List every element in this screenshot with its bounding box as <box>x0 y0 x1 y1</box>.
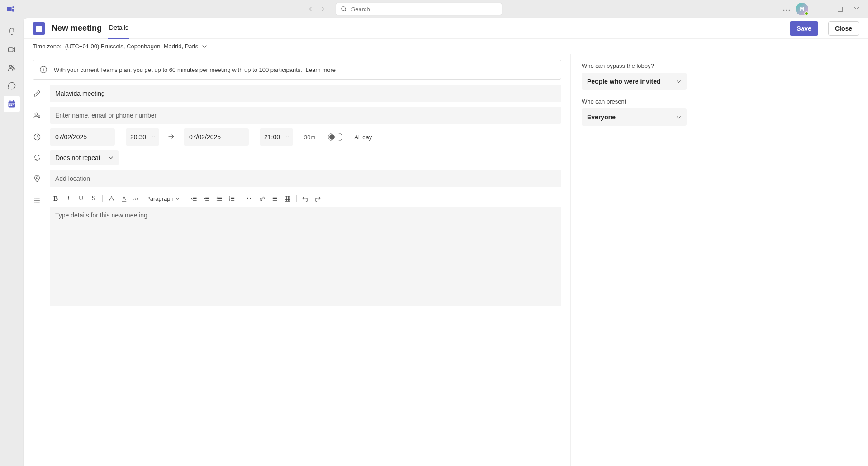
strike-button[interactable]: S <box>88 193 100 204</box>
bullet-list-button[interactable] <box>213 193 225 204</box>
number-list-button[interactable]: 123 <box>226 193 238 204</box>
timezone-label: Time zone: <box>33 43 62 50</box>
rail-calendar[interactable] <box>4 96 20 112</box>
svg-point-32 <box>217 200 218 201</box>
save-button[interactable]: Save <box>790 21 818 36</box>
nav-forward-button[interactable] <box>318 4 328 14</box>
italic-button[interactable]: I <box>62 193 74 204</box>
rail-community[interactable] <box>4 60 20 76</box>
svg-rect-14 <box>9 104 11 105</box>
svg-rect-36 <box>285 196 290 201</box>
timezone-bar[interactable]: Time zone: (UTC+01:00) Brussels, Copenha… <box>24 39 868 54</box>
timezone-value: (UTC+01:00) Brussels, Copenhagen, Madrid… <box>65 43 198 50</box>
rail-chat[interactable] <box>4 78 20 94</box>
format-icon <box>33 196 41 204</box>
location-input[interactable] <box>50 170 561 187</box>
repeat-value: Does not repeat <box>55 154 100 161</box>
svg-point-31 <box>217 198 218 199</box>
end-time-select[interactable]: 21:00 <box>260 128 293 146</box>
all-day-toggle[interactable] <box>328 133 342 141</box>
start-time-select[interactable]: 20:30 <box>126 128 159 146</box>
presence-indicator <box>804 11 809 16</box>
video-icon <box>7 45 16 54</box>
svg-point-2 <box>341 7 345 11</box>
who-present-label: Who can present <box>582 98 687 105</box>
more-options-button[interactable] <box>781 4 792 14</box>
end-time-value: 21:00 <box>264 133 280 141</box>
bell-icon <box>7 27 16 36</box>
table-button[interactable] <box>282 193 294 204</box>
rail-meet[interactable] <box>4 42 20 58</box>
svg-rect-15 <box>11 104 13 105</box>
link-button[interactable] <box>256 193 268 204</box>
all-day-label: All day <box>354 134 372 141</box>
svg-rect-7 <box>9 48 13 52</box>
who-present-value: Everyone <box>587 113 616 121</box>
titlebar: M <box>0 0 868 18</box>
undo-button[interactable] <box>299 193 311 204</box>
svg-point-9 <box>12 66 14 67</box>
info-icon <box>39 66 47 74</box>
rail-activity[interactable] <box>4 24 20 40</box>
outdent-button[interactable] <box>188 193 200 204</box>
duration-label: 30m <box>304 134 315 141</box>
start-date-input[interactable] <box>50 128 115 146</box>
svg-point-30 <box>217 196 218 197</box>
teams-logo-icon <box>6 5 15 14</box>
plan-info-banner: With your current Teams plan, you get up… <box>33 60 561 80</box>
search-input[interactable] <box>351 6 497 13</box>
svg-text:A: A <box>136 198 138 201</box>
who-present-select[interactable]: Everyone <box>582 108 687 126</box>
paragraph-style-select[interactable]: Paragraph <box>143 195 182 202</box>
svg-point-3 <box>783 10 785 11</box>
svg-rect-6 <box>838 7 842 11</box>
meeting-title-input[interactable] <box>50 85 561 102</box>
nav-back-button[interactable] <box>305 4 316 14</box>
svg-point-23 <box>35 113 38 115</box>
svg-point-1 <box>12 6 14 8</box>
banner-text: With your current Teams plan, you get up… <box>54 66 302 73</box>
chevron-down-icon <box>152 135 155 139</box>
indent-button[interactable] <box>201 193 213 204</box>
chevron-down-icon <box>175 197 180 201</box>
pencil-icon <box>33 89 41 98</box>
close-button[interactable]: Close <box>828 21 859 36</box>
svg-rect-11 <box>9 103 15 104</box>
chat-icon <box>7 81 16 90</box>
font-size-button[interactable]: AA <box>131 193 142 204</box>
bold-button[interactable]: B <box>50 193 62 204</box>
tab-details[interactable]: Details <box>108 18 129 39</box>
svg-text:A: A <box>133 197 136 201</box>
repeat-select[interactable]: Does not repeat <box>50 150 119 165</box>
highlight-button[interactable] <box>105 193 117 204</box>
bypass-lobby-select[interactable]: People who were invited <box>582 73 687 90</box>
svg-point-26 <box>36 177 38 179</box>
search-icon <box>341 6 347 12</box>
minimize-button[interactable] <box>816 2 832 16</box>
clock-icon <box>33 133 41 141</box>
meeting-options-panel: Who can bypass the lobby? People who wer… <box>571 54 697 466</box>
person-add-icon <box>33 111 41 119</box>
avatar[interactable]: M <box>796 3 808 15</box>
details-editor[interactable] <box>50 207 561 306</box>
attendees-input[interactable] <box>50 107 561 124</box>
end-date-input[interactable] <box>184 128 249 146</box>
page-title: New meeting <box>52 24 102 33</box>
chevron-down-icon <box>202 44 207 49</box>
learn-more-link[interactable]: Learn more <box>306 66 336 73</box>
bypass-lobby-label: Who can bypass the lobby? <box>582 62 687 69</box>
svg-text:3: 3 <box>229 199 230 202</box>
arrow-right-icon <box>167 133 175 141</box>
hr-button[interactable] <box>269 193 281 204</box>
font-color-button[interactable] <box>118 193 130 204</box>
svg-rect-12 <box>10 100 10 102</box>
calendar-icon <box>7 99 16 108</box>
quote-button[interactable] <box>244 193 256 204</box>
redo-button[interactable] <box>312 193 324 204</box>
underline-button[interactable]: U <box>75 193 87 204</box>
close-window-button[interactable] <box>848 2 864 16</box>
svg-rect-18 <box>11 105 13 106</box>
maximize-button[interactable] <box>832 2 848 16</box>
search-box[interactable] <box>336 3 502 15</box>
chevron-down-icon <box>676 79 681 84</box>
